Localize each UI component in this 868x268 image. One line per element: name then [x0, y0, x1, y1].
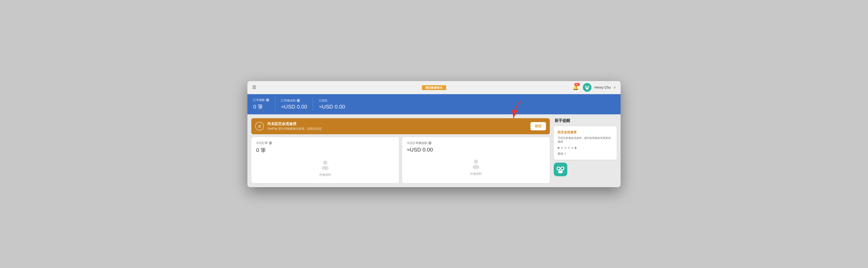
today-orders-empty: 尚無資料: [256, 159, 394, 179]
today-stats-cards: 今日訂單 i 0 筆 尚無資料 今日訂單總金額: [251, 137, 550, 183]
warning-no-entry-icon: ⊘: [255, 122, 264, 131]
hint-dot-2: [561, 147, 563, 149]
paid-label: 已請款: [319, 99, 345, 103]
warning-subtitle: OwlPay 部分功能將無法使用，請前往設定: [267, 127, 527, 131]
total-orders-info-icon[interactable]: i: [266, 98, 269, 102]
today-amount-card: 今日訂單總金額 i ≈USD 0.00 尚無資料: [402, 137, 550, 183]
notification-badge: 99+: [574, 83, 580, 86]
hint-card: 設定金流途徑 可設定多個金流途徑，讓付款和收款有更多的選擇 前往 >: [554, 126, 617, 160]
total-amount-value: ≈USD 0.00: [281, 104, 307, 110]
today-amount-card-label: 今日訂單總金額 i: [407, 141, 545, 145]
notification-button[interactable]: 🔔 99+: [571, 83, 580, 92]
center-panel: ⊘ 尚未設定金流途徑 OwlPay 部分功能將無法使用，請前往設定 前往 今日訂…: [251, 118, 550, 183]
svg-point-9: [322, 166, 329, 170]
total-amount-info-icon[interactable]: i: [297, 99, 300, 102]
svg-point-6: [588, 86, 588, 86]
topbar: ☰ 測試數據模式 🔔 99+ Henry Chu: [247, 81, 621, 94]
test-mode-badge-container: 測試數據模式: [422, 85, 446, 89]
owl-avatar-icon: [584, 84, 591, 91]
hint-dot-3: [564, 147, 566, 149]
right-panel-title: 新手提醒: [554, 118, 617, 123]
today-amount-empty: 尚無資料: [407, 158, 545, 179]
total-amount-label: 訂單總金額 i: [281, 99, 307, 103]
hint-desc: 可設定多個金流途徑，讓付款和收款有更多的選擇: [558, 136, 613, 144]
total-orders-value: 0 筆: [253, 103, 269, 110]
paid-stat: 已請款 ≈USD 0.00: [319, 98, 351, 111]
total-orders-label: 訂單總數 i: [253, 98, 269, 102]
hint-title: 設定金流途徑: [558, 130, 613, 134]
empty-person-icon-2: [470, 158, 482, 170]
owl-logo-icon: [554, 163, 567, 176]
stats-bar: 訂單總數 i 0 筆 訂單總金額 i ≈USD 0.00 已請款 ≈USD 0.…: [247, 94, 621, 114]
svg-point-5: [586, 86, 587, 86]
hint-dot-5: [571, 147, 573, 149]
svg-point-17: [558, 167, 559, 168]
test-mode-badge: 測試數據模式: [422, 85, 446, 90]
today-orders-info-icon[interactable]: i: [269, 141, 272, 145]
avatar: [583, 83, 591, 92]
svg-point-10: [474, 160, 478, 164]
svg-point-8: [323, 160, 328, 165]
warning-text: 尚未設定金流途徑 OwlPay 部分功能將無法使用，請前往設定: [267, 122, 527, 131]
empty-person-icon-1: [319, 159, 331, 171]
today-orders-empty-text: 尚無資料: [319, 173, 331, 177]
warning-title: 尚未設定金流途徑: [267, 122, 527, 126]
hint-dot-4: [568, 147, 570, 149]
hint-dot-1: [558, 147, 560, 149]
total-amount-stat: 訂單總金額 i ≈USD 0.00: [281, 98, 313, 111]
svg-point-4: [586, 88, 589, 89]
user-menu-chevron[interactable]: ∨: [614, 86, 616, 89]
user-name-label: Henry Chu: [594, 85, 611, 89]
svg-point-18: [562, 167, 563, 168]
today-amount-info-icon[interactable]: i: [428, 141, 432, 145]
today-orders-card-value: 0 筆: [256, 146, 394, 154]
hint-dots: [558, 147, 613, 149]
today-orders-card-label: 今日訂單 i: [256, 141, 394, 145]
today-amount-card-value: ≈USD 0.00: [407, 146, 545, 153]
total-orders-stat: 訂單總數 i 0 筆: [253, 97, 275, 111]
warning-banner: ⊘ 尚未設定金流途徑 OwlPay 部分功能將無法使用，請前往設定 前往: [251, 118, 550, 134]
topbar-right: 🔔 99+ Henry Chu ∨: [571, 83, 616, 92]
hamburger-menu[interactable]: ☰: [252, 85, 256, 90]
today-amount-empty-text: 尚無資料: [470, 172, 482, 176]
paid-value: ≈USD 0.00: [319, 104, 345, 110]
today-orders-card: 今日訂單 i 0 筆 尚無資料: [251, 137, 399, 183]
hint-dot-6: [575, 147, 577, 149]
hint-go-link[interactable]: 前往 >: [558, 152, 613, 156]
svg-rect-12: [554, 163, 567, 176]
warning-go-button[interactable]: 前往: [530, 122, 546, 130]
svg-point-19: [558, 170, 563, 173]
main-content: ⊘ 尚未設定金流途徑 OwlPay 部分功能將無法使用，請前往設定 前往 今日訂…: [247, 114, 621, 187]
owl-icon-large: [554, 163, 567, 176]
svg-point-11: [472, 165, 479, 169]
app-window: ☰ 測試數據模式 🔔 99+ Henry Chu: [247, 81, 621, 187]
right-panel: 新手提醒 設定金流途徑 可設定多個金流途徑，讓付款和收款有更多的選擇 前往 >: [554, 118, 617, 183]
